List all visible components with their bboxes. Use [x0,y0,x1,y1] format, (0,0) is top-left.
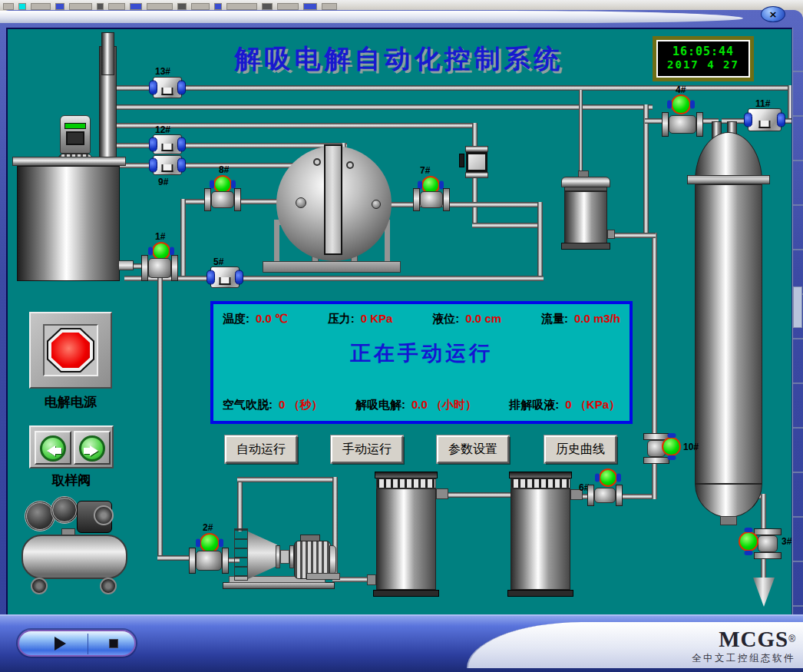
timers-row: 空气吹脱:0 （秒） 解吸电解:0.0 （小时） 排解吸液:0 （KPa） [223,398,620,412]
tank-a-slots [376,478,436,488]
pipe [180,199,186,279]
agitator-indicator [64,123,86,129]
motor-endcap [329,545,336,574]
scrollbar-thumb[interactable] [793,286,802,328]
power-button-plate [43,324,98,376]
sample-valve-left-button[interactable] [35,431,71,465]
sphere-right-nozzle [372,200,381,209]
column-outlet [720,516,737,525]
feed-tank [17,166,120,281]
chimney-top [101,32,114,75]
pipe [157,276,163,561]
sample-valve-right-button[interactable] [74,431,111,465]
app-toolbar[interactable] [0,0,803,10]
param-settings-button[interactable]: 参数设置 [437,435,509,463]
pipe [579,90,583,173]
valve-4[interactable] [662,112,703,137]
clock-date: 2017 4 27 [658,58,748,71]
logo-text: MCGS [719,627,788,651]
tank-b-slots [511,478,570,488]
run-control-pill[interactable] [18,630,136,657]
valve-1[interactable] [141,255,178,281]
tank-lid [12,157,126,166]
pipe [115,85,792,91]
titlebar-gloss [0,11,743,23]
metrics-row: 温度:0.0 ℃ 压力:0 KPa 液位:0.0 cm 流量:0.0 m3/h [223,312,620,326]
toolbar-icon-fragment[interactable] [31,3,51,10]
manual-run-button[interactable]: 手动运行 [331,435,403,463]
toolbar-icon-fragment[interactable] [191,3,210,10]
compressor-pulley [94,505,114,525]
valve-label: 3# [782,536,791,547]
tank-b-lid [509,472,572,478]
compressor-tank [21,535,127,579]
valve-8[interactable] [204,188,241,211]
logo-subtitle: 全中文工控组态软件 [634,652,795,665]
pipe [115,163,318,168]
tank-a-inlet [367,574,376,585]
valve-6[interactable] [587,485,623,506]
flow-meter [466,152,487,172]
tank-b-base [507,590,573,597]
valve-5[interactable] [210,266,240,288]
toolbar-icon-fragment[interactable] [69,3,92,10]
toolbar-icon-fragment[interactable] [3,3,14,10]
valve-12[interactable] [153,134,182,154]
valve-3-indicator[interactable] [739,531,758,551]
toolbar-icon-fragment[interactable] [214,3,222,10]
toolbar-icon-fragment[interactable] [55,3,64,10]
flow-meter-flange [465,172,488,178]
power-button-ring [47,328,94,372]
auto-run-button[interactable]: 自动运行 [225,435,297,463]
toolbar-icon-fragment[interactable] [108,3,125,10]
level-label: 液位: [432,312,459,325]
history-curve-button[interactable]: 历史曲线 [544,435,616,463]
valve-label: 2# [203,522,213,533]
vessel-outlet [607,230,615,239]
right-arrow-icon [90,445,98,456]
tank-a-base [373,590,439,597]
pipe [643,104,649,236]
toolbar-icon-fragment[interactable] [97,3,104,10]
toolbar-icon-fragment[interactable] [322,3,337,10]
valve-7[interactable] [413,188,450,211]
valve-13[interactable] [153,77,182,98]
pump-inlet-frame [234,528,248,581]
toolbar-icon-fragment[interactable] [303,3,317,10]
valve-label: 8# [219,164,229,175]
valve-label: 13# [155,66,170,77]
valve-2[interactable] [189,548,229,574]
toolbar-icon-fragment[interactable] [177,3,187,10]
valve-11[interactable] [748,108,782,131]
pipe [445,492,512,498]
pump-base [223,582,335,589]
flow-value: 0.0 m3/h [574,312,620,325]
temp-label: 温度: [223,312,249,325]
close-icon[interactable]: × [761,6,785,22]
valve-9[interactable] [153,155,182,175]
toolbar-icon-fragment[interactable] [18,3,26,10]
run-status-text: 正在手动运行 [213,339,630,367]
toolbar-icon-fragment[interactable] [277,3,299,10]
toolbar-icon-fragment[interactable] [147,3,173,10]
pipe [612,233,656,238]
agitator-window [66,131,84,145]
toolbar-icon-fragment[interactable] [262,3,273,10]
clock-time: 16:05:44 [658,45,748,58]
toolbar-icon-fragment[interactable] [226,3,257,10]
valve-10-indicator[interactable] [662,437,681,456]
pipe [368,202,540,207]
pipe [124,276,544,281]
electrolysis-power-button[interactable] [51,333,90,368]
logo-registered-mark: ® [788,634,795,644]
toolbar-icon-fragment[interactable] [130,3,142,10]
tank-a-nub [436,488,448,499]
air-strip-label: 空气吹脱: [223,398,273,411]
column-flange [687,175,770,184]
play-icon[interactable] [55,637,66,650]
stop-icon[interactable] [109,639,118,648]
sphere-column [324,144,342,255]
valve-label: 5# [213,257,223,267]
column-bottom [695,484,762,518]
sphere-top-hook [346,161,354,169]
